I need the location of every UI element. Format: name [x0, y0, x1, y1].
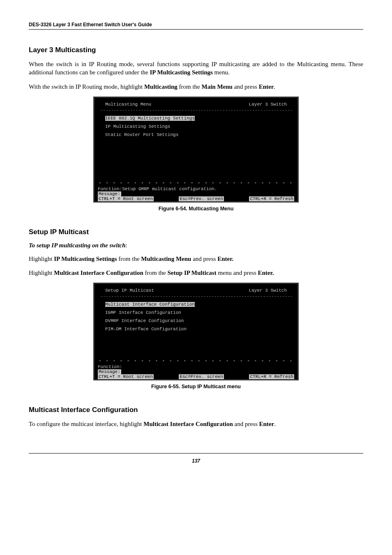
bold: IP Multicasting Settings [54, 256, 117, 262]
bold: Multicasting Menu [141, 256, 191, 262]
message-line: Message: [98, 369, 121, 374]
figure-caption-2: Figure 6-55. Setup IP Multicast menu [29, 384, 363, 389]
console-mode: Layer 3 Switch [249, 288, 287, 293]
bold: Multicast Interface Configuration [54, 269, 143, 276]
footer-center: Esc=Prev. screen [179, 196, 224, 201]
bold: Enter [259, 421, 274, 427]
bold: Setup IP Multicast [167, 269, 216, 276]
page-header: DES-3326 Layer 3 Fast Ethernet Switch Us… [29, 21, 363, 30]
bold: Enter. [258, 269, 274, 276]
heading-setup: Setup IP Multicast [29, 228, 363, 236]
bold: Enter. [217, 256, 233, 262]
console-title: Setup IP Multicast [105, 288, 154, 293]
footer-right: CTRL+R = Refresh [249, 196, 294, 201]
bold: Main Menu [202, 83, 233, 90]
bold: Multicast Interface Configuration [143, 421, 233, 427]
bold: Multicasting [144, 83, 178, 90]
menu-item-dvmrp[interactable]: DVMRP Interface Configuration [105, 318, 184, 323]
heading-mic: Multicast Interface Configuration [29, 406, 363, 414]
text: menu and press [217, 269, 258, 276]
italic-text: To setup IP multicasting on the switch [29, 242, 126, 249]
divider: ----------------------------------------… [100, 108, 292, 113]
text: Highlight [29, 269, 54, 276]
console-title-row: Multicasting Menu Layer 3 Switch [98, 100, 294, 108]
separator: * * * * * * * * * * * * * * * * * * * * … [99, 182, 293, 187]
text: and press [233, 83, 259, 90]
function-line: Function:Setup GMRP multicast configurat… [98, 187, 294, 191]
menu-item-igmp[interactable]: IGMP Interface Configuration [105, 310, 181, 315]
page-footer: 137 [29, 453, 363, 464]
text: and press [191, 256, 217, 262]
text: and press [233, 421, 259, 427]
console-mode: Layer 3 Switch [249, 102, 287, 107]
separator: * * * * * * * * * * * * * * * * * * * * … [99, 359, 293, 364]
para-setup-1: Highlight IP Multicasting Settings from … [29, 255, 363, 263]
text: from the [178, 83, 202, 90]
menu-item-ieee[interactable]: IEEE 802.1Q Multicasting Settings [105, 116, 195, 121]
footer-left: CTRL+T = Root screen [98, 196, 154, 201]
footer-left: CTRL+T = Root screen [98, 374, 154, 379]
text: With the switch in IP Routing mode, high… [29, 83, 144, 90]
colon: : [126, 242, 127, 249]
header-title: DES-3326 Layer 3 Fast Ethernet Switch Us… [29, 22, 152, 28]
subhead-italic: To setup IP multicasting on the switch: [29, 242, 363, 249]
para-layer3-1: When the switch is in IP Routing mode, s… [29, 60, 363, 77]
console-menu: IEEE 802.1Q Multicasting Settings IP Mul… [98, 113, 294, 182]
menu-item-pim-dm[interactable]: PIM-DM Interface Configuration [105, 327, 187, 332]
console-multicasting-menu: Multicasting Menu Layer 3 Switch -------… [93, 97, 299, 203]
text: . [274, 83, 275, 90]
bold: IP Multicasting Settings [150, 69, 213, 76]
console-setup-ip-multicast: Setup IP Multicast Layer 3 Switch ------… [93, 283, 299, 380]
console-footer: Function: Message: CTRL+T = Root screen … [98, 364, 294, 379]
divider: ----------------------------------------… [100, 294, 292, 299]
para-layer3-2: With the switch in IP Routing mode, high… [29, 83, 363, 91]
menu-item-static[interactable]: Static Router Port Settings [105, 132, 178, 137]
text: Highlight [29, 256, 54, 262]
page-number: 137 [192, 458, 200, 464]
text: . [274, 421, 276, 427]
bold: Enter [259, 83, 274, 90]
text: menu. [213, 69, 230, 76]
footer-center: Esc=Prev. screen [179, 374, 224, 379]
text: from the [117, 256, 141, 262]
message-line: Message: [98, 191, 121, 196]
menu-item-ip[interactable]: IP Multicasting Settings [105, 124, 170, 129]
function-line: Function: [98, 364, 294, 369]
console-menu: Multicast Interface Configuration IGMP I… [98, 299, 294, 359]
menu-item-multicast-interface[interactable]: Multicast Interface Configuration [105, 302, 195, 307]
para-setup-2: Highlight Multicast Interface Configurat… [29, 269, 363, 277]
heading-layer3: Layer 3 Multicasting [29, 46, 363, 54]
text: from the [143, 269, 168, 276]
figure-caption-1: Figure 6-54. Multicasting Menu [29, 206, 363, 212]
console-title: Multicasting Menu [105, 102, 151, 107]
footer-right: CTRL+R = Refresh [249, 374, 294, 379]
text: To configure the multicast interface, hi… [29, 421, 143, 427]
console-footer: Function:Setup GMRP multicast configurat… [98, 187, 294, 201]
para-mic-1: To configure the multicast interface, hi… [29, 420, 363, 428]
console-title-row: Setup IP Multicast Layer 3 Switch [98, 286, 294, 294]
